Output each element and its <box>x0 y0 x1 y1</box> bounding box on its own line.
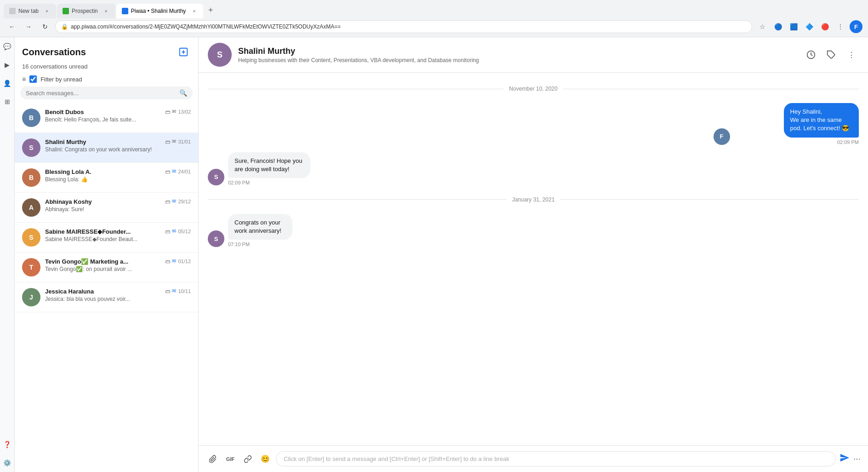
more-btn[interactable]: ⋮ <box>834 20 847 33</box>
mail-icon-1: ✉ <box>172 138 176 144</box>
filter-label[interactable]: Filter by unread <box>40 76 82 83</box>
conv-preview-4: Sabine MAIRESSE◆Founder Beaut... <box>45 236 191 242</box>
attach-file-button[interactable] <box>206 452 220 466</box>
chat-messages: November 10, 2020 Hey Shalini,We are in … <box>199 73 868 445</box>
conversation-item-2[interactable]: B Blessing Lola A. 🗃 ✉ 24/01 Blessing Lo… <box>15 163 198 193</box>
more-options-button[interactable]: ⋮ <box>844 47 859 62</box>
new-conversation-button[interactable] <box>176 45 191 59</box>
sidebar-icon-play[interactable]: ▶ <box>2 59 13 70</box>
message-bubble-out-0: Hey Shalini,We are in the same pod. Let'… <box>784 103 859 138</box>
bookmark-btn[interactable]: ☆ <box>756 20 769 33</box>
conv-actions-1: 🗃 ✉ 31/01 <box>165 138 191 144</box>
tag-button[interactable] <box>824 47 839 62</box>
tab-label-1: New tab <box>18 8 39 14</box>
conv-actions-5: 🗃 ✉ 01/12 <box>165 258 191 264</box>
chat-area: S Shalini Murthy Helping businesses with… <box>199 37 868 472</box>
browser-actions: ☆ 🔵 🟦 🔷 🔴 ⋮ F <box>756 20 862 33</box>
conversation-item-4[interactable]: S Sabine MAIRESSE◆Founder... 🗃 ✉ 05/12 S… <box>15 223 198 253</box>
gif-button[interactable]: GIF <box>223 452 237 466</box>
conv-actions-2: 🗃 ✉ 24/01 <box>165 168 191 174</box>
conv-date-6: 10/11 <box>178 288 191 294</box>
reload-button[interactable]: ↻ <box>39 20 51 33</box>
conversation-item-6[interactable]: J Jessica Haraluna 🗃 ✉ 10/11 Jessica: bl… <box>15 282 198 312</box>
message-col-out-0: Hey Shalini,We are in the same pod. Let'… <box>734 103 859 145</box>
tab-close-3[interactable]: × <box>190 7 198 15</box>
filter-checkbox[interactable] <box>29 75 37 83</box>
conversation-item-5[interactable]: T Tevin Gongo✅ Marketing a... 🗃 ✉ 01/12 … <box>15 253 198 282</box>
conv-content-3: Abhinaya Koshy 🗃 ✉ 29/12 Abhinaya: Sure! <box>45 198 191 213</box>
address-bar[interactable]: 🔒 app.piwaa.com/#/conversations/2-MjE0ZW… <box>55 20 752 33</box>
sidebar-icon-users[interactable]: 👤 <box>2 78 13 89</box>
tab-label-2: Prospectin <box>72 8 98 14</box>
forward-button[interactable]: → <box>22 20 35 33</box>
chat-contact: S Shalini Murthy Helping businesses with… <box>208 43 479 67</box>
tab-prospectin[interactable]: Prospectin × <box>57 4 115 18</box>
conv-name-4: Sabine MAIRESSE◆Founder... <box>45 228 131 235</box>
lock-icon: 🔒 <box>61 23 68 30</box>
snooze-icon-0: 🗃 <box>165 109 170 115</box>
avatar-6: J <box>22 288 40 306</box>
search-bar: 🔍 <box>20 86 193 99</box>
app-container: 💬 ▶ 👤 ⊞ ❓ ⚙️ Conversations 16 conversati… <box>0 37 868 472</box>
conv-date-1: 31/01 <box>178 139 191 144</box>
sidebar-icon-grid[interactable]: ⊞ <box>2 96 13 107</box>
conversation-item-3[interactable]: A Abhinaya Koshy 🗃 ✉ 29/12 Abhinaya: Sur… <box>15 193 198 223</box>
chat-input-area: GIF 😊 ⋯ <box>199 445 868 472</box>
outgoing-avatar: F <box>714 128 730 145</box>
conversation-item-1[interactable]: S Shalini Murthy 🗃 ✉ 31/01 Shalini: Cong… <box>15 133 198 163</box>
conv-preview-6: Jessica: bla bla vous pouvez voir... <box>45 296 191 302</box>
snooze-icon-6: 🗃 <box>165 288 170 294</box>
message-bubble-in-1: Congrats on your work anniversary! <box>228 214 292 240</box>
tab-close-1[interactable]: × <box>43 7 51 15</box>
snooze-icon-2: 🗃 <box>165 169 170 174</box>
conv-name-6: Jessica Haraluna <box>45 288 94 295</box>
new-tab-button[interactable]: + <box>204 4 217 17</box>
sidebar-icon-settings[interactable]: ⚙️ <box>2 457 13 468</box>
ext-btn-3[interactable]: 🔷 <box>803 20 816 33</box>
mail-icon-3: ✉ <box>172 198 176 204</box>
message-row-incoming-0: S Sure, Francois! Hope you are doing wel… <box>208 152 859 185</box>
conv-preview-5: Tevin Gongo✅: on pourrait avoir ... <box>45 266 191 272</box>
conv-date-5: 01/12 <box>178 259 191 264</box>
conv-date-3: 29/12 <box>178 199 191 204</box>
input-more-button[interactable]: ⋯ <box>853 455 861 463</box>
conversation-item-0[interactable]: B Benoît Dubos 🗃 ✉ 13/02 Benoît: Hello F… <box>15 103 198 133</box>
search-input[interactable] <box>26 90 179 97</box>
ext-btn-2[interactable]: 🟦 <box>787 20 800 33</box>
avatar-4: S <box>22 228 40 247</box>
icon-sidebar: 💬 ▶ 👤 ⊞ ❓ ⚙️ <box>0 37 15 472</box>
conv-actions-0: 🗃 ✉ 13/02 <box>165 109 191 115</box>
conv-name-1: Shalini Murthy <box>45 138 86 145</box>
send-button[interactable] <box>839 453 850 465</box>
ext-btn-1[interactable]: 🔵 <box>771 20 784 33</box>
sidebar-icon-messages[interactable]: 💬 <box>2 41 13 52</box>
link-button[interactable] <box>241 452 255 466</box>
search-icon: 🔍 <box>179 89 187 97</box>
tab-new-tab[interactable]: New tab × <box>4 4 56 18</box>
back-button[interactable]: ← <box>6 20 18 33</box>
tab-piwaa[interactable]: Piwaa • Shalini Murthy × <box>116 4 204 18</box>
profile-button[interactable]: F <box>850 20 862 33</box>
message-input[interactable] <box>276 451 836 466</box>
ext-btn-4[interactable]: 🔴 <box>818 20 831 33</box>
emoji-button[interactable]: 😊 <box>258 452 272 466</box>
history-button[interactable] <box>804 47 818 62</box>
mail-icon-5: ✉ <box>172 258 176 264</box>
avatar-2: B <box>22 168 40 187</box>
chat-contact-bio: Helping businesses with their Content, P… <box>238 57 479 63</box>
address-bar-row: ← → ↻ 🔒 app.piwaa.com/#/conversations/2-… <box>0 18 868 37</box>
incoming-avatar-1: S <box>208 230 224 247</box>
conv-content-2: Blessing Lola A. 🗃 ✉ 24/01 Blessing Lola… <box>45 168 191 183</box>
conv-actions-4: 🗃 ✉ 05/12 <box>165 228 191 234</box>
filter-row: ≡ Filter by unread <box>15 74 198 86</box>
mail-icon-4: ✉ <box>172 228 176 234</box>
conv-preview-0: Benoît: Hello François, Je fais suite... <box>45 116 191 123</box>
tabs-bar: New tab × Prospectin × Piwaa • Shalini M… <box>0 0 868 18</box>
conv-top-1: Shalini Murthy 🗃 ✉ 31/01 <box>45 138 191 145</box>
message-row-outgoing-0: Hey Shalini,We are in the same pod. Let'… <box>208 103 859 145</box>
sidebar-icon-help[interactable]: ❓ <box>2 439 13 450</box>
conv-date-4: 05/12 <box>178 229 191 234</box>
conversations-title: Conversations <box>22 47 86 58</box>
tab-close-2[interactable]: × <box>103 7 110 15</box>
filter-icon: ≡ <box>22 75 26 83</box>
